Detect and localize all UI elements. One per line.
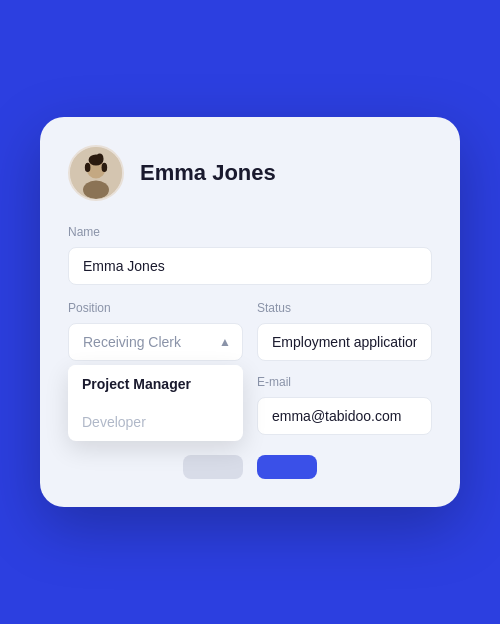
svg-point-6 — [102, 163, 108, 172]
chevron-up-icon: ▲ — [219, 335, 231, 349]
position-select[interactable]: Receiving Clerk ▲ — [68, 323, 243, 361]
svg-point-1 — [83, 180, 109, 199]
avatar — [68, 145, 124, 201]
right-fields: Status E-mail — [257, 301, 432, 435]
name-field-group: Name — [68, 225, 432, 285]
form-card: Emma Jones Name Position Receiving Clerk… — [40, 117, 460, 507]
position-dropdown-menu: Project Manager Developer — [68, 365, 243, 441]
name-label: Name — [68, 225, 432, 239]
cancel-button[interactable] — [183, 455, 243, 479]
email-field-group: E-mail — [257, 375, 432, 435]
position-selected-value: Receiving Clerk — [83, 334, 181, 350]
status-input[interactable] — [257, 323, 432, 361]
status-label: Status — [257, 301, 432, 315]
position-label: Position — [68, 301, 243, 315]
name-input[interactable] — [68, 247, 432, 285]
buttons-row — [68, 455, 432, 479]
email-label: E-mail — [257, 375, 432, 389]
form-section: Name Position Receiving Clerk ▲ Project … — [68, 225, 432, 435]
profile-header: Emma Jones — [68, 145, 432, 201]
svg-point-5 — [85, 163, 91, 172]
dropdown-item-developer[interactable]: Developer — [68, 403, 243, 441]
dropdown-item-project-manager[interactable]: Project Manager — [68, 365, 243, 403]
status-field-group: Status — [257, 301, 432, 361]
position-field-group: Position Receiving Clerk ▲ Project Manag… — [68, 301, 243, 435]
profile-name: Emma Jones — [140, 160, 276, 186]
position-status-row: Position Receiving Clerk ▲ Project Manag… — [68, 301, 432, 435]
email-input[interactable] — [257, 397, 432, 435]
save-button[interactable] — [257, 455, 317, 479]
svg-point-4 — [96, 154, 103, 163]
position-select-wrapper: Receiving Clerk ▲ Project Manager Develo… — [68, 323, 243, 361]
